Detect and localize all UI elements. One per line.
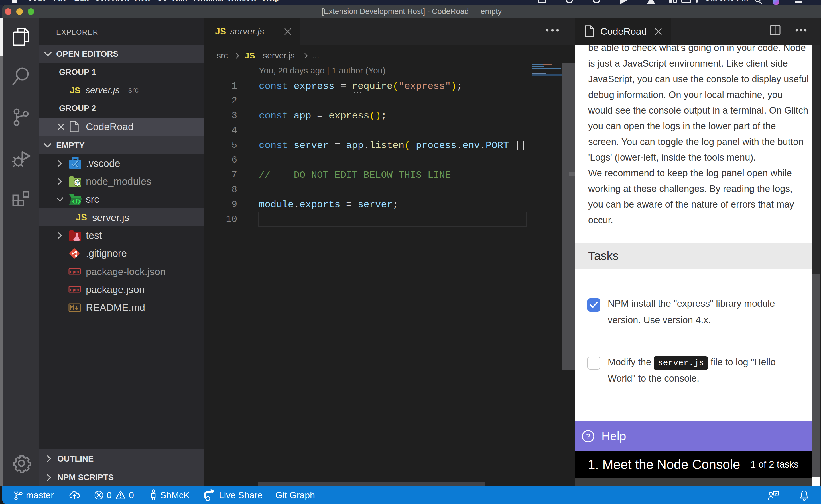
svg-text:JS: JS [75, 180, 80, 185]
svg-text:npm: npm [70, 287, 79, 292]
svg-text:?: ? [586, 432, 590, 441]
svg-text:npm: npm [70, 269, 79, 274]
